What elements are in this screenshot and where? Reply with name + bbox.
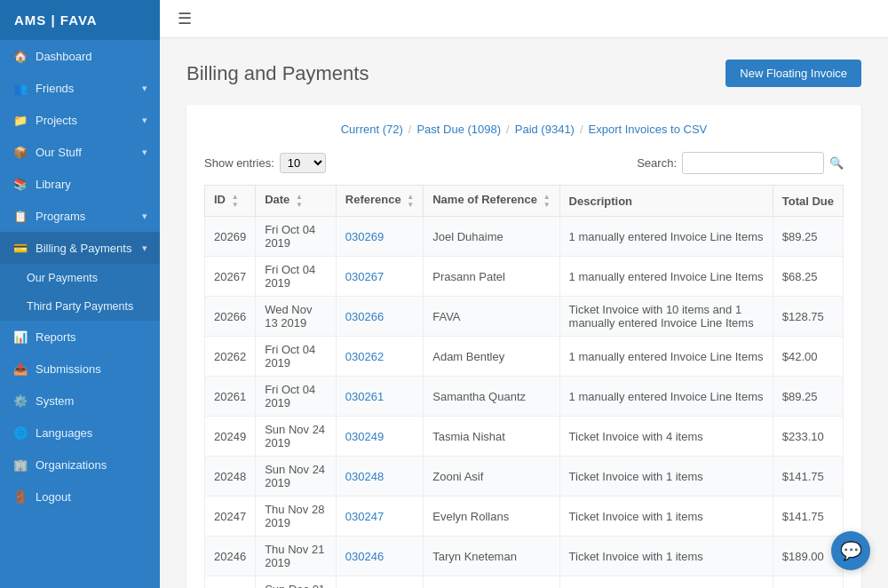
cell-description: Ticket Invoice with 1 items (559, 536, 773, 576)
sidebar-item-dashboard[interactable]: 🏠 Dashboard (0, 40, 160, 72)
sidebar-item-organizations[interactable]: 🏢 Organizations (0, 449, 160, 481)
sidebar-item-label: Submissions (36, 362, 101, 376)
tab-past-due[interactable]: Past Due (1098) (416, 123, 501, 136)
cell-name: Zooni Asif (424, 457, 559, 497)
sort-icon: ▲▼ (232, 193, 239, 209)
tab-export[interactable]: Export Invoices to CSV (589, 123, 708, 136)
tab-current[interactable]: Current (72) (341, 123, 403, 136)
sidebar-item-projects[interactable]: 📁 Projects ▾ (0, 104, 160, 136)
cell-reference[interactable]: 030261 (336, 377, 423, 417)
cell-description: Ticket Invoice with 1 items (559, 457, 773, 497)
chat-bubble[interactable]: 💬 (831, 531, 870, 570)
cell-reference[interactable]: 030245 (336, 576, 423, 589)
sidebar-item-label: System (36, 394, 74, 408)
chevron-down-icon: ▾ (142, 147, 147, 158)
tab-paid[interactable]: Paid (9341) (515, 123, 575, 136)
sidebar-item-label: Dashboard (36, 50, 92, 63)
library-icon: 📚 (12, 176, 28, 192)
dashboard-icon: 🏠 (12, 48, 28, 64)
sidebar-item-languages[interactable]: 🌐 Languages (0, 417, 160, 449)
cell-date: Sun Nov 24 2019 (256, 457, 337, 497)
cell-description: 1 manually entered Invoice Line Items (559, 377, 773, 417)
table-row: 20245 Sun Dec 01 2019 030245 Samantha Na… (205, 576, 844, 589)
cell-reference[interactable]: 030267 (336, 257, 423, 297)
cell-total: $141.75 (773, 457, 843, 497)
cell-reference[interactable]: 030248 (336, 457, 423, 497)
sidebar-item-submissions[interactable]: 📤 Submissions (0, 353, 160, 385)
sidebar-item-logout[interactable]: 🚪 Logout (0, 481, 160, 513)
sidebar-item-label: Friends (36, 82, 74, 95)
cell-reference[interactable]: 030249 (336, 417, 423, 457)
cell-date: Fri Oct 04 2019 (256, 337, 337, 377)
card-tabs: Current (72) / Past Due (1098) / Paid (9… (204, 123, 844, 136)
cell-total: $233.10 (773, 417, 843, 457)
cell-reference[interactable]: 030247 (336, 497, 423, 536)
show-entries-select[interactable]: 10 25 50 100 (280, 153, 326, 173)
sidebar-item-label: Projects (36, 114, 77, 127)
show-entries-label: Show entries: (204, 156, 274, 170)
invoices-table: ID ▲▼ Date ▲▼ Reference ▲▼ Name of Refer… (204, 185, 844, 588)
sidebar-item-label: Our Stuff (36, 146, 82, 159)
sidebar-item-programs[interactable]: 📋 Programs ▾ (0, 200, 160, 232)
table-row: 20269 Fri Oct 04 2019 030269 Joel Duhaim… (205, 217, 844, 257)
page-header: Billing and Payments New Floating Invoic… (186, 60, 861, 87)
cell-total: $89.25 (773, 377, 843, 417)
col-name[interactable]: Name of Reference ▲▼ (424, 186, 559, 217)
sidebar-item-label: Logout (36, 490, 71, 504)
sidebar-sub-item-label: Third Party Payments (27, 300, 133, 313)
sidebar-item-third-party-payments[interactable]: Third Party Payments (0, 292, 160, 321)
sidebar-item-label: Languages (36, 426, 92, 440)
cell-description: 1 manually entered Invoice Line Items (559, 257, 773, 297)
sidebar-item-our-stuff[interactable]: 📦 Our Stuff ▾ (0, 136, 160, 168)
cell-reference[interactable]: 030262 (336, 337, 423, 377)
cell-reference[interactable]: 030246 (336, 536, 423, 576)
table-row: 20262 Fri Oct 04 2019 030262 Adam Bentle… (205, 337, 844, 377)
col-date[interactable]: Date ▲▼ (256, 186, 337, 217)
cell-description: Ticket Invoice with 4 items (559, 417, 773, 457)
cell-id: 20248 (205, 457, 256, 497)
sidebar-header: AMS | FAVA (0, 0, 160, 40)
cell-name: Samantha Nateia (424, 576, 559, 589)
table-body: 20269 Fri Oct 04 2019 030269 Joel Duhaim… (205, 217, 844, 589)
sidebar-sub-item-label: Our Payments (27, 272, 98, 284)
cell-id: 20269 (205, 217, 256, 257)
cell-description: Ticket Invoice with 10 items and 1 manua… (559, 297, 773, 337)
content-area: Billing and Payments New Floating Invoic… (160, 38, 888, 588)
sidebar-item-reports[interactable]: 📊 Reports (0, 321, 160, 353)
table-row: 20267 Fri Oct 04 2019 030267 Prasann Pat… (205, 257, 844, 297)
col-reference[interactable]: Reference ▲▼ (336, 186, 423, 217)
cell-name: Samantha Quantz (424, 377, 559, 417)
billing-submenu: Our Payments Third Party Payments (0, 264, 160, 321)
sidebar-item-billing-payments[interactable]: 💳 Billing & Payments ▾ (0, 232, 160, 264)
search-input[interactable] (682, 152, 824, 174)
chevron-down-icon: ▾ (142, 83, 147, 94)
billing-icon: 💳 (12, 240, 28, 256)
cell-total: $128.75 (773, 297, 843, 337)
cell-total: $89.25 (773, 217, 843, 257)
cell-id: 20245 (205, 576, 256, 589)
table-row: 20266 Wed Nov 13 2019 030266 FAVA Ticket… (205, 297, 844, 337)
sidebar-item-our-payments[interactable]: Our Payments (0, 264, 160, 292)
search-icon: 🔍 (829, 156, 844, 170)
sort-icon: ▲▼ (543, 193, 551, 209)
cell-description: Ticket Invoice with 1 items (559, 576, 773, 589)
sidebar-item-library[interactable]: 📚 Library (0, 168, 160, 200)
our-stuff-icon: 📦 (12, 144, 28, 160)
search-label: Search: (637, 156, 677, 170)
cell-date: Thu Nov 21 2019 (256, 536, 337, 576)
new-floating-invoice-button[interactable]: New Floating Invoice (725, 60, 861, 87)
sidebar-item-system[interactable]: ⚙️ System (0, 385, 160, 417)
table-row: 20261 Fri Oct 04 2019 030261 Samantha Qu… (205, 377, 844, 417)
cell-id: 20267 (205, 257, 256, 297)
cell-total: $141.75 (773, 497, 843, 536)
sidebar-item-friends[interactable]: 👥 Friends ▾ (0, 72, 160, 104)
sidebar-item-label: Programs (36, 210, 85, 223)
cell-reference[interactable]: 030269 (336, 217, 423, 257)
hamburger-icon[interactable]: ☰ (178, 9, 192, 28)
cell-reference[interactable]: 030266 (336, 297, 423, 337)
col-id[interactable]: ID ▲▼ (205, 186, 256, 217)
cell-id: 20247 (205, 497, 256, 536)
cell-name: Tasmia Nishat (424, 417, 559, 457)
friends-icon: 👥 (12, 80, 28, 96)
cell-date: Thu Nov 28 2019 (256, 497, 337, 536)
